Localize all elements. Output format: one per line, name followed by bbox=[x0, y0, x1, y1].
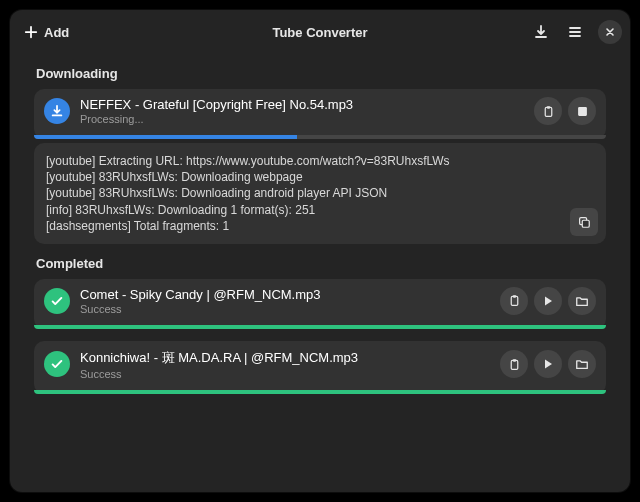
clipboard-icon bbox=[508, 294, 521, 307]
download-icon bbox=[533, 24, 549, 40]
downloads-button[interactable] bbox=[526, 17, 556, 47]
svg-rect-5 bbox=[511, 297, 518, 306]
stop-button[interactable] bbox=[568, 97, 596, 125]
app-window: Add Tube Converter Downloading bbox=[10, 10, 630, 492]
completed-title: Konnichiwa! - 斑 MA.DA.RA | @RFM_NCM.mp3 bbox=[80, 349, 490, 367]
svg-rect-1 bbox=[546, 106, 549, 108]
copy-path-button[interactable] bbox=[500, 287, 528, 315]
download-status-text: Processing... bbox=[80, 113, 524, 125]
svg-rect-8 bbox=[512, 359, 515, 361]
svg-rect-2 bbox=[578, 107, 587, 116]
completed-title: Comet - Spiky Candy | @RFM_NCM.mp3 bbox=[80, 287, 490, 302]
completed-item: Comet - Spiky Candy | @RFM_NCM.mp3 Succe… bbox=[34, 279, 606, 329]
add-button[interactable]: Add bbox=[18, 17, 79, 47]
copy-log-button[interactable] bbox=[570, 208, 598, 236]
downloading-heading: Downloading bbox=[34, 66, 606, 81]
play-button[interactable] bbox=[534, 287, 562, 315]
log-output: [youtube] Extracting URL: https://www.yo… bbox=[34, 143, 606, 244]
close-button[interactable] bbox=[598, 20, 622, 44]
completed-status: Success bbox=[80, 368, 490, 380]
copy-path-button[interactable] bbox=[500, 350, 528, 378]
svg-rect-0 bbox=[545, 107, 552, 116]
log-line: [youtube] 83RUhxsfLWs: Downloading webpa… bbox=[46, 169, 566, 185]
clipboard-icon bbox=[542, 105, 555, 118]
svg-rect-4 bbox=[582, 220, 589, 227]
completed-list: Comet - Spiky Candy | @RFM_NCM.mp3 Succe… bbox=[34, 279, 606, 394]
stop-icon bbox=[577, 106, 588, 117]
copy-link-button[interactable] bbox=[534, 97, 562, 125]
log-line: [youtube] 83RUhxsfLWs: Downloading andro… bbox=[46, 185, 566, 201]
content-area: Downloading NEFFEX - Grateful [Copyright… bbox=[10, 54, 630, 422]
progress-fill-complete bbox=[34, 390, 606, 394]
open-folder-button[interactable] bbox=[568, 287, 596, 315]
folder-icon bbox=[575, 357, 589, 371]
open-folder-button[interactable] bbox=[568, 350, 596, 378]
download-status-icon bbox=[44, 98, 70, 124]
svg-rect-6 bbox=[512, 296, 515, 298]
progress-fill bbox=[34, 135, 297, 139]
success-status-icon bbox=[44, 288, 70, 314]
download-title: NEFFEX - Grateful [Copyright Free] No.54… bbox=[80, 97, 524, 112]
play-button[interactable] bbox=[534, 350, 562, 378]
copy-icon bbox=[577, 215, 591, 229]
close-icon bbox=[605, 27, 615, 37]
success-status-icon bbox=[44, 351, 70, 377]
play-icon bbox=[542, 295, 554, 307]
log-line: [info] 83RUhxsfLWs: Downloading 1 format… bbox=[46, 202, 566, 218]
play-icon bbox=[542, 358, 554, 370]
completed-heading: Completed bbox=[34, 256, 606, 271]
menu-button[interactable] bbox=[560, 17, 590, 47]
add-button-label: Add bbox=[44, 25, 69, 40]
log-line: [youtube] Extracting URL: https://www.yo… bbox=[46, 153, 566, 169]
clipboard-icon bbox=[508, 358, 521, 371]
plus-icon bbox=[24, 25, 38, 39]
folder-icon bbox=[575, 294, 589, 308]
headerbar: Add Tube Converter bbox=[10, 10, 630, 54]
progress-fill-complete bbox=[34, 325, 606, 329]
svg-rect-7 bbox=[511, 360, 518, 369]
downloading-item: NEFFEX - Grateful [Copyright Free] No.54… bbox=[34, 89, 606, 139]
completed-status: Success bbox=[80, 303, 490, 315]
log-line: [dashsegments] Total fragments: 1 bbox=[46, 218, 566, 234]
progress-bar bbox=[34, 135, 606, 139]
completed-item: Konnichiwa! - 斑 MA.DA.RA | @RFM_NCM.mp3 … bbox=[34, 341, 606, 394]
hamburger-icon bbox=[567, 24, 583, 40]
